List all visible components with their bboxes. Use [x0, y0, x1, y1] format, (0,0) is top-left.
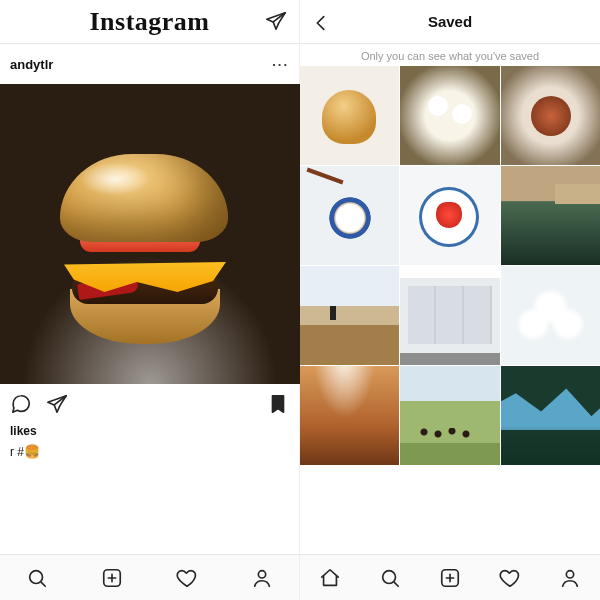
- feed-header: Instagram: [0, 0, 299, 44]
- saved-grid: [300, 66, 600, 465]
- saved-thumb-strawberries[interactable]: [400, 166, 499, 265]
- saved-thumb-canyon[interactable]: [300, 366, 399, 465]
- feed-tabbar: [0, 554, 299, 600]
- comment-icon[interactable]: [10, 393, 32, 415]
- saved-header: Saved: [300, 0, 600, 44]
- post-caption: r #🍔: [0, 444, 299, 465]
- svg-point-0: [30, 570, 43, 583]
- instagram-logo: Instagram: [89, 7, 209, 37]
- home-tab-icon[interactable]: [319, 567, 341, 589]
- activity-tab-icon[interactable]: [499, 567, 521, 589]
- svg-point-3: [383, 570, 396, 583]
- saved-thumb-river[interactable]: [501, 366, 600, 465]
- svg-point-2: [258, 570, 265, 577]
- add-post-tab-icon[interactable]: [439, 567, 461, 589]
- direct-messages-icon[interactable]: [265, 10, 287, 32]
- profile-tab-icon[interactable]: [251, 567, 273, 589]
- post-header: andytlr ···: [0, 44, 299, 84]
- burger-emoji: 🍔: [24, 444, 40, 459]
- search-tab-icon[interactable]: [379, 567, 401, 589]
- share-icon[interactable]: [46, 393, 68, 415]
- post-likes[interactable]: likes: [0, 424, 299, 444]
- saved-hint: Only you can see what you've saved: [300, 44, 600, 66]
- post-username[interactable]: andytlr: [10, 57, 53, 72]
- profile-tab-icon[interactable]: [559, 567, 581, 589]
- post-action-bar: [0, 384, 299, 424]
- feed-screen: Instagram andytlr ···: [0, 0, 300, 600]
- saved-thumb-eggs[interactable]: [400, 66, 499, 165]
- saved-thumb-bowl[interactable]: [501, 66, 600, 165]
- bookmark-filled-icon[interactable]: [267, 393, 289, 415]
- saved-thumb-desert[interactable]: [300, 266, 399, 365]
- saved-thumb-bison[interactable]: [400, 366, 499, 465]
- add-post-tab-icon[interactable]: [101, 567, 123, 589]
- back-icon[interactable]: [310, 12, 332, 34]
- saved-title: Saved: [428, 13, 472, 30]
- saved-screen: Saved Only you can see what you've saved: [300, 0, 600, 600]
- post-more-button[interactable]: ···: [272, 57, 289, 72]
- saved-tabbar: [300, 554, 600, 600]
- post-image-burger[interactable]: [0, 84, 300, 384]
- saved-thumb-cliff[interactable]: [501, 166, 600, 265]
- saved-thumb-soup[interactable]: [300, 166, 399, 265]
- search-tab-icon[interactable]: [26, 567, 48, 589]
- activity-tab-icon[interactable]: [176, 567, 198, 589]
- saved-thumb-blossom[interactable]: [501, 266, 600, 365]
- saved-thumb-burger[interactable]: [300, 66, 399, 165]
- saved-thumb-houses[interactable]: [400, 266, 499, 365]
- feed-post: andytlr ···: [0, 44, 299, 465]
- svg-point-5: [566, 570, 573, 577]
